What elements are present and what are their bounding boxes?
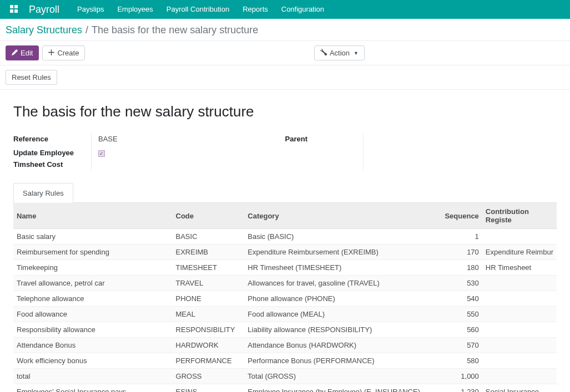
cell-seq: 540: [440, 291, 482, 307]
cell-code: HARDWORK: [173, 338, 245, 353]
action-label: Action: [330, 49, 350, 57]
th-category[interactable]: Category: [244, 203, 440, 229]
create-label: Create: [57, 49, 79, 57]
nav-employees[interactable]: Employees: [110, 0, 159, 19]
cell-code: ESINS: [173, 384, 245, 392]
cell-reg: [482, 338, 557, 353]
cell-category: Liability allowance (RESPONSIBILITY): [244, 322, 440, 338]
cell-reg: [482, 353, 557, 369]
cp-right: Action ▼: [314, 45, 365, 60]
cell-category: Basic (BASIC): [244, 229, 440, 245]
create-button[interactable]: Create: [42, 45, 85, 60]
cell-name: Timekeeping: [13, 260, 173, 276]
cell-name: Telephone allowance: [13, 291, 173, 307]
cell-name: Responsibility allowance: [13, 322, 173, 338]
table-row[interactable]: Travel allowance, petrol carTRAVELAllowa…: [13, 276, 557, 291]
cell-seq: 1: [440, 229, 482, 245]
th-name[interactable]: Name: [13, 203, 173, 229]
nav-payslips[interactable]: Payslips: [70, 0, 110, 19]
cell-seq: 170: [440, 245, 482, 260]
cell-category: Employee Insurance (by Employee) (E_INSU…: [244, 384, 440, 392]
tab-salary-rules[interactable]: Salary Rules: [13, 183, 73, 203]
cell-reg: [482, 307, 557, 322]
reset-rules-button[interactable]: Reset Rules: [6, 70, 57, 85]
cell-reg: [482, 369, 557, 384]
cell-reg: [482, 276, 557, 291]
reset-bar: Reset Rules: [0, 65, 570, 90]
plus-icon: [48, 49, 54, 57]
cell-code: MEAL: [173, 307, 245, 322]
form-fields: Reference Update Employee Timsheet Cost …: [13, 133, 557, 171]
cell-name: Food allowance: [13, 307, 173, 322]
cell-code: TRAVEL: [173, 276, 245, 291]
table-row[interactable]: Employees' Social Insurance paysESINSEmp…: [13, 384, 557, 392]
cell-seq: 530: [440, 276, 482, 291]
form-values-left: BASE ✓: [91, 133, 285, 171]
cell-seq: 560: [440, 322, 482, 338]
th-sequence[interactable]: Sequence: [440, 203, 482, 229]
chevron-down-icon: ▼: [354, 50, 359, 56]
cell-seq: 570: [440, 338, 482, 353]
value-parent: [370, 133, 557, 135]
cell-category: HR Timesheet (TIMESHEET): [244, 260, 440, 276]
table-row[interactable]: Basic salaryBASICBasic (BASIC)1: [13, 229, 557, 245]
label-parent: Parent: [285, 133, 363, 146]
cell-seq: 1,230: [440, 384, 482, 392]
cell-reg: HR Timesheet: [482, 260, 557, 276]
cell-code: PERFORMANCE: [173, 353, 245, 369]
action-button[interactable]: Action ▼: [314, 45, 365, 60]
navbar-menu: Payslips Employees Payroll Contribution …: [70, 0, 331, 19]
cell-category: Expenditure Reimbursement (EXREIMB): [244, 245, 440, 260]
breadcrumb-parent[interactable]: Salary Structures: [6, 24, 82, 36]
table-row[interactable]: Food allowanceMEALFood allowance (MEAL)5…: [13, 307, 557, 322]
control-panel: Edit Create Action ▼: [0, 41, 570, 65]
cell-seq: 180: [440, 260, 482, 276]
cell-seq: 550: [440, 307, 482, 322]
table-row[interactable]: Work efficiency bonusPERFORMANCEPerforma…: [13, 353, 557, 369]
table-row[interactable]: totalGROSSTotal (GROSS)1,000: [13, 369, 557, 384]
table-row[interactable]: Reimbursement for spendingEXREIMBExpendi…: [13, 245, 557, 260]
form-values-right: [363, 133, 557, 171]
cell-code: GROSS: [173, 369, 245, 384]
form-labels-right: Parent: [285, 133, 363, 171]
navbar: Payroll Payslips Employees Payroll Contr…: [0, 0, 570, 19]
cell-reg: [482, 291, 557, 307]
table-row[interactable]: Attendance BonusHARDWORKAttendance Bonus…: [13, 338, 557, 353]
th-register[interactable]: Contribution Registe: [482, 203, 557, 229]
pencil-icon: [12, 49, 18, 57]
svg-rect-0: [10, 5, 13, 8]
form-col-right: Parent: [285, 133, 557, 171]
tabs: Salary Rules: [13, 182, 557, 203]
svg-rect-3: [14, 9, 18, 13]
cell-code: RESPONSIBILITY: [173, 322, 245, 338]
cell-name: Travel allowance, petrol car: [13, 276, 173, 291]
cell-name: Basic salary: [13, 229, 173, 245]
cell-name: Reimbursement for spending: [13, 245, 173, 260]
table-row[interactable]: Telephone allowancePHONEPhone allowance …: [13, 291, 557, 307]
form-col-left: Reference Update Employee Timsheet Cost …: [13, 133, 285, 171]
cell-category: Phone allowance (PHONE): [244, 291, 440, 307]
nav-payroll-contribution[interactable]: Payroll Contribution: [160, 0, 236, 19]
th-code[interactable]: Code: [173, 203, 245, 229]
edit-button[interactable]: Edit: [6, 45, 39, 60]
cell-reg: Social Insurance: [482, 384, 557, 392]
cp-left: Edit Create: [6, 45, 85, 60]
table-row[interactable]: Responsibility allowanceRESPONSIBILITYLi…: [13, 322, 557, 338]
cell-code: PHONE: [173, 291, 245, 307]
nav-configuration[interactable]: Configuration: [275, 0, 331, 19]
cell-category: Food allowance (MEAL): [244, 307, 440, 322]
edit-label: Edit: [21, 49, 33, 57]
value-reference: BASE: [98, 133, 285, 146]
reset-label: Reset Rules: [12, 73, 51, 82]
nav-reports[interactable]: Reports: [236, 0, 275, 19]
table-row[interactable]: TimekeepingTIMESHEETHR Timesheet (TIMESH…: [13, 260, 557, 276]
breadcrumb-separator: /: [85, 24, 88, 36]
app-brand[interactable]: Payroll: [23, 4, 70, 16]
wrench-icon: [320, 49, 327, 57]
value-update-cost: ✓: [98, 146, 285, 160]
breadcrumb-bar: Salary Structures / The basis for the ne…: [0, 19, 570, 41]
page-title: The basis for the new salary structure: [13, 103, 557, 120]
cell-reg: [482, 229, 557, 245]
apps-icon[interactable]: [4, 5, 23, 14]
form-sheet: The basis for the new salary structure R…: [4, 90, 566, 392]
